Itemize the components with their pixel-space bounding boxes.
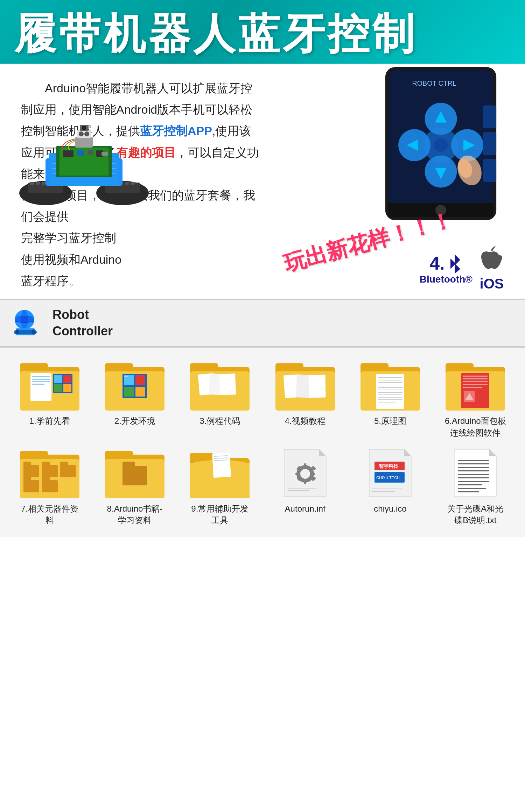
svg-rect-74 [54, 384, 62, 392]
robot-image [18, 92, 150, 211]
svg-rect-167 [458, 463, 489, 464]
svg-rect-116 [463, 376, 488, 377]
files-grid-row2: 7.相关元器件资料 8.Arduino书籍-学习资料 [10, 446, 514, 526]
folder-item-9[interactable]: 9.常用辅助开发工具 [181, 446, 259, 526]
svg-rect-151 [295, 473, 300, 475]
svg-rect-98 [360, 363, 388, 370]
svg-rect-152 [311, 473, 315, 475]
svg-rect-72 [54, 375, 62, 383]
svg-rect-169 [458, 470, 489, 471]
folder-label-3: 3.例程代码 [200, 415, 240, 427]
svg-rect-168 [458, 467, 489, 468]
svg-rect-165 [372, 491, 395, 492]
folder-item-7[interactable]: 7.相关元器件资料 [10, 446, 89, 526]
svg-rect-48 [483, 132, 496, 155]
svg-rect-101 [378, 377, 402, 378]
folder-item-4[interactable]: 4.视频教程 [266, 358, 344, 439]
svg-rect-69 [32, 381, 50, 382]
file-item-readme[interactable]: 关于光碟A和光碟B说明.txt [436, 446, 514, 526]
svg-text:ROBOT CTRL: ROBOT CTRL [412, 79, 456, 87]
svg-rect-62 [31, 329, 35, 334]
folder-item-6[interactable]: 6.Arduino面包板 连线绘图软件 [436, 358, 514, 439]
svg-rect-27 [75, 137, 93, 148]
folder-icon-4 [274, 358, 337, 412]
svg-rect-137 [105, 451, 133, 458]
svg-rect-150 [304, 480, 306, 484]
svg-rect-104 [378, 385, 402, 385]
folder-item-1[interactable]: 1.学前先看 [10, 358, 89, 439]
svg-rect-131 [60, 462, 68, 466]
ios-section: iOS [479, 246, 504, 292]
bluetooth-icon [447, 253, 463, 274]
svg-rect-117 [463, 378, 488, 379]
folder-icon-6 [444, 358, 507, 412]
folder-icon-2 [103, 358, 166, 412]
svg-rect-113 [446, 363, 474, 370]
file-label-readme: 关于光碟A和光碟B说明.txt [444, 503, 507, 526]
svg-rect-119 [463, 384, 488, 385]
highlight-app: 蓝牙控制APP [140, 124, 212, 137]
svg-rect-109 [378, 397, 402, 398]
svg-rect-164 [372, 489, 402, 489]
file-icon-chiyu: 智宇科技 CHIYU TECH [359, 446, 422, 500]
svg-rect-107 [378, 392, 402, 393]
svg-rect-4 [30, 182, 34, 185]
svg-rect-166 [458, 460, 489, 461]
svg-rect-170 [458, 474, 489, 475]
svg-point-29 [79, 131, 84, 136]
folder-item-2[interactable]: 2.开发环境 [96, 358, 174, 439]
svg-rect-129 [42, 462, 50, 466]
folder-label-6: 6.Arduino面包板 连线绘图软件 [444, 415, 507, 439]
folder-item-8[interactable]: 8.Arduino书籍-学习资料 [96, 446, 174, 526]
folder-icon-7 [18, 446, 81, 500]
folder-label-1: 1.学前先看 [29, 415, 70, 427]
svg-rect-127 [23, 462, 31, 466]
folder-label-9: 9.常用辅助开发工具 [188, 503, 251, 526]
folder-icon-9 [188, 446, 251, 500]
folder-item-3[interactable]: 3.例程代码 [181, 358, 259, 439]
svg-rect-92 [275, 363, 303, 370]
file-icon-readme [444, 446, 507, 500]
svg-rect-173 [458, 484, 482, 485]
svg-rect-158 [288, 490, 309, 491]
svg-rect-84 [124, 376, 128, 377]
svg-text:智宇科技: 智宇科技 [378, 463, 399, 469]
robot-controller-icon [14, 307, 46, 339]
file-item-chiyu[interactable]: 智宇科技 CHIYU TECH chiyu.ico [351, 446, 429, 526]
apple-icon [479, 246, 504, 274]
svg-rect-23 [77, 150, 84, 156]
svg-rect-82 [124, 387, 134, 397]
folder-icon-3 [188, 358, 251, 412]
file-icon-autorun [274, 446, 337, 500]
svg-rect-68 [32, 379, 50, 380]
bluetooth-label: Bluetooth® [420, 274, 472, 285]
svg-rect-102 [378, 380, 402, 380]
files-grid-row1: 1.学前先看 2.开发环境 [10, 358, 514, 439]
svg-rect-6 [42, 182, 46, 185]
svg-rect-108 [378, 394, 402, 395]
svg-rect-110 [378, 399, 402, 400]
svg-rect-61 [16, 329, 19, 334]
svg-rect-105 [378, 387, 402, 388]
svg-rect-100 [376, 374, 404, 409]
svg-point-58 [21, 310, 28, 329]
folder-label-8: 8.Arduino书籍-学习资料 [103, 503, 166, 526]
folder-item-5[interactable]: 5.原理图 [351, 358, 429, 439]
svg-rect-24 [88, 150, 93, 155]
description-section: Arduino智能履带机器人可以扩展蓝牙控制应用，使用智能Android版本手机… [0, 64, 525, 299]
file-label-autorun: Autorun.inf [285, 503, 326, 515]
svg-rect-13 [131, 182, 135, 185]
folder-icon-8 [103, 446, 166, 500]
svg-point-30 [84, 131, 89, 136]
file-item-autorun[interactable]: Autorun.inf [266, 446, 344, 526]
files-section: 1.学前先看 2.开发环境 [0, 346, 525, 536]
phone-image: ROBOT CTRL [382, 67, 504, 200]
svg-rect-64 [20, 363, 48, 370]
svg-rect-135 [42, 477, 50, 481]
svg-rect-73 [63, 375, 71, 383]
svg-rect-157 [288, 488, 316, 489]
bluetooth-badge: 4. Bluetooth® [420, 253, 472, 285]
folder-label-5: 5.原理图 [374, 415, 406, 427]
svg-rect-70 [32, 384, 44, 385]
svg-rect-12 [125, 182, 129, 185]
